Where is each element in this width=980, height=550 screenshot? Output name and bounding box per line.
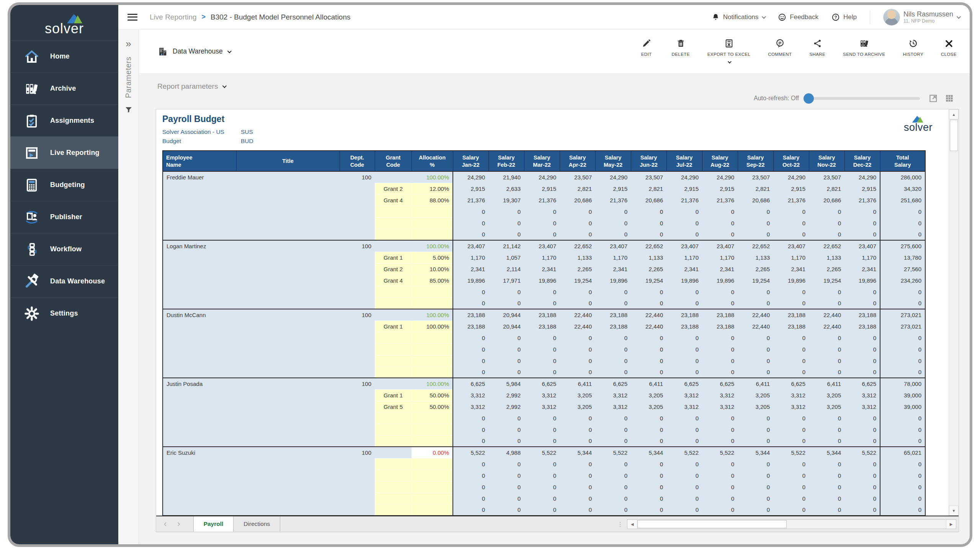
user-menu[interactable]: Nils Rasmussen 11. NFP Demo <box>883 9 960 26</box>
tab-next-icon[interactable]: › <box>177 520 180 528</box>
cell-allocation-pct[interactable]: 100.00% <box>412 321 453 332</box>
feedback-button[interactable]: Feedback <box>778 13 818 21</box>
cell-allocation-pct[interactable] <box>412 458 453 470</box>
filter-icon[interactable] <box>124 106 133 114</box>
report-parameters-toggle[interactable]: Report parameters <box>157 82 970 91</box>
sidebar-item-live-reporting[interactable]: Live Reporting <box>10 137 118 169</box>
vertical-scroll-track[interactable] <box>949 151 959 506</box>
cell-grant-code[interactable] <box>375 332 412 343</box>
cell-allocation-pct[interactable] <box>412 435 453 447</box>
cell-grant-code[interactable] <box>375 412 412 424</box>
sidebar-item-home[interactable]: Home <box>10 40 118 72</box>
sidebar-item-publisher[interactable]: Publisher <box>10 201 118 233</box>
cell-allocation-pct[interactable]: 50.00% <box>412 389 453 401</box>
comment-button[interactable]: COMMENT <box>768 38 792 57</box>
cell-allocation-pct[interactable] <box>412 366 453 378</box>
expand-panel-icon[interactable]: » <box>126 38 131 50</box>
scroll-up-icon[interactable]: ▲ <box>949 109 959 119</box>
cell-grant-code[interactable] <box>375 424 412 435</box>
open-in-window-icon[interactable] <box>928 93 938 103</box>
menu-toggle-icon[interactable] <box>127 12 137 22</box>
cell-allocation-pct[interactable]: 5.00% <box>412 252 453 263</box>
tab-prev-icon[interactable]: ‹ <box>164 520 167 528</box>
history-button[interactable]: HISTORY <box>903 38 924 57</box>
scrollbar-resize-grip[interactable]: ⋮ <box>617 521 623 528</box>
data-source-select[interactable]: Data Warehouse <box>157 46 230 57</box>
help-button[interactable]: ? Help <box>831 13 857 21</box>
export-to-excel-button[interactable]: EXPORT TO EXCEL <box>707 38 751 65</box>
cell-grant-code[interactable] <box>375 217 412 229</box>
tab-directions[interactable]: Directions <box>234 516 280 532</box>
sidebar-item-budgeting[interactable]: Budgeting <box>10 169 118 201</box>
slider-knob[interactable] <box>804 93 814 104</box>
sidebar-item-data-warehouse[interactable]: Data Warehouse <box>10 265 118 297</box>
scroll-left-icon[interactable]: ◀ <box>627 520 637 529</box>
cell-grant-code[interactable]: Grant 4 <box>375 275 412 286</box>
sidebar-item-settings[interactable]: Settings <box>10 297 118 329</box>
tab-payroll[interactable]: Payroll <box>193 516 234 532</box>
cell-grant-code[interactable]: Grant 4 <box>375 194 412 206</box>
cell-allocation-pct[interactable] <box>412 298 453 309</box>
cell-grant-code[interactable] <box>375 298 412 309</box>
scroll-right-icon[interactable]: ▶ <box>946 520 956 529</box>
edit-button[interactable]: EDIT <box>639 38 654 57</box>
parameters-panel-collapsed[interactable]: » Parameters <box>118 29 139 544</box>
cell-grant-code[interactable] <box>375 286 412 298</box>
share-button[interactable]: SHARE <box>809 38 825 57</box>
cell-allocation-pct[interactable] <box>412 332 453 343</box>
cell-grant-code[interactable] <box>375 229 412 240</box>
grid-view-icon[interactable] <box>944 93 954 103</box>
cell-allocation-pct[interactable]: 88.00% <box>412 194 453 206</box>
cell-allocation-pct[interactable] <box>412 481 453 493</box>
cell-grant-code[interactable] <box>375 458 412 470</box>
cell-grant-code[interactable] <box>375 206 412 217</box>
cell-grant-code[interactable]: Grant 2 <box>375 263 412 275</box>
cell-grant-code[interactable]: Grant 5 <box>375 401 412 412</box>
cell-allocation-pct[interactable]: 50.00% <box>412 401 453 412</box>
cell-allocation-pct[interactable] <box>412 424 453 435</box>
cell-grant-code[interactable]: Grant 1 <box>375 389 412 401</box>
cell-grant-code[interactable] <box>375 435 412 447</box>
cell-allocation-pct[interactable] <box>412 343 453 355</box>
delete-button[interactable]: DELETE <box>672 38 690 57</box>
sidebar-item-archive[interactable]: Archive <box>10 72 118 104</box>
horizontal-scroll-track[interactable] <box>787 520 946 529</box>
cell-allocation-pct[interactable] <box>412 355 453 366</box>
cell-grant-code[interactable] <box>375 343 412 355</box>
cell-allocation-pct[interactable]: 12.00% <box>412 183 453 194</box>
cell-allocation-pct[interactable]: 85.00% <box>412 275 453 286</box>
cell-grant-code[interactable]: Grant 1 <box>375 252 412 263</box>
report-page: Data Warehouse EDITDELETEEXPORT TO EXCEL… <box>139 29 970 544</box>
send-to-archive-button[interactable]: SEND TO ARCHIVE <box>843 38 885 57</box>
cell-grant-code[interactable] <box>375 493 412 504</box>
cell-grant-code[interactable] <box>375 366 412 378</box>
vertical-scroll-thumb[interactable] <box>950 120 958 151</box>
horizontal-scroll-thumb[interactable] <box>637 520 787 528</box>
cell-allocation-pct[interactable] <box>412 493 453 504</box>
vertical-scrollbar[interactable]: ▲ ▼ <box>949 109 959 516</box>
cell-grant-code[interactable] <box>375 355 412 366</box>
cell-allocation-pct[interactable] <box>412 286 453 298</box>
cell-allocation-pct[interactable] <box>412 217 453 229</box>
cell-allocation-pct[interactable] <box>412 470 453 481</box>
cell-grant-code[interactable]: Grant 2 <box>375 183 412 194</box>
cell-salary-month: 0 <box>560 217 595 229</box>
notifications-button[interactable]: Notifications <box>712 13 765 21</box>
auto-refresh-slider[interactable] <box>805 97 920 100</box>
sidebar-item-workflow[interactable]: Workflow <box>10 233 118 265</box>
scroll-down-icon[interactable]: ▼ <box>949 506 959 516</box>
horizontal-scrollbar[interactable]: ◀ ▶ <box>627 519 956 529</box>
cell-allocation-pct[interactable] <box>412 206 453 217</box>
breadcrumb-section[interactable]: Live Reporting <box>150 13 197 21</box>
cell-grant-code[interactable]: Grant 1 <box>375 321 412 332</box>
cell-grant-code[interactable] <box>375 470 412 481</box>
cell-allocation-pct[interactable] <box>412 412 453 424</box>
close-button[interactable]: CLOSE <box>941 38 957 57</box>
chevron-down-icon[interactable] <box>728 58 730 65</box>
cell-grant-code[interactable] <box>375 504 412 516</box>
cell-grant-code[interactable] <box>375 481 412 493</box>
cell-allocation-pct[interactable] <box>412 229 453 240</box>
cell-allocation-pct[interactable] <box>412 504 453 516</box>
sidebar-item-assignments[interactable]: Assignments <box>10 104 118 137</box>
cell-allocation-pct[interactable]: 10.00% <box>412 263 453 275</box>
